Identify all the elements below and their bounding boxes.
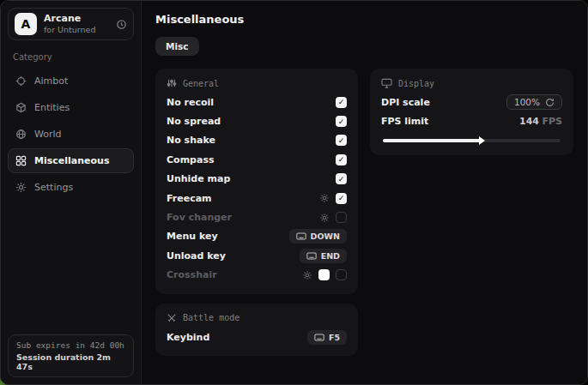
main-panel: Miscellaneous Misc General (142, 1, 587, 384)
display-card: Display DPI scale 100% F (370, 69, 573, 155)
unload-keybind-button[interactable]: END (300, 249, 347, 263)
crosshair-checkbox[interactable] (336, 269, 347, 280)
fps-slider-fill (383, 139, 481, 142)
no-spread-checkbox[interactable] (336, 116, 347, 127)
category-nav: Aimbot Entities World (8, 69, 134, 200)
monitor-icon (381, 78, 392, 88)
sidebar-item-miscellaneous[interactable]: Miscellaneous (8, 148, 134, 173)
setting-row-compass: Compass (167, 150, 347, 169)
setting-row-no-shake: No shake (167, 131, 347, 150)
sidebar: A Arcane for Unturned Category Aimbot (1, 1, 142, 384)
card-title: General (183, 79, 219, 88)
setting-row-unload-key: Unload key END (167, 246, 347, 265)
keyboard-icon (296, 232, 306, 240)
sidebar-item-settings[interactable]: Settings (8, 175, 134, 200)
tab-bar: Misc (155, 37, 573, 56)
card-title: Battle mode (183, 313, 239, 322)
sidebar-item-label: Settings (34, 182, 73, 193)
arcane-window: A Arcane for Unturned Category Aimbot (0, 0, 588, 385)
menu-keybind-button[interactable]: DOWN (289, 229, 347, 244)
crosshair-color-swatch[interactable] (318, 269, 330, 280)
sidebar-item-label: Entities (34, 102, 70, 113)
battle-keybind-button[interactable]: F5 (307, 330, 347, 345)
session-duration-text: Session duration 2m 47s (16, 352, 125, 371)
freecam-gear-icon[interactable] (319, 193, 330, 203)
refresh-icon[interactable] (116, 19, 127, 30)
globe-icon (15, 129, 27, 140)
sidebar-item-label: Miscellaneous (34, 155, 109, 166)
reset-icon[interactable] (545, 98, 555, 107)
setting-row-no-spread: No spread (167, 111, 347, 130)
setting-row-battle-keybind: Keybind F5 (167, 328, 347, 346)
freecam-checkbox[interactable] (336, 193, 347, 204)
general-card: General No recoil No spread No shake (155, 69, 358, 294)
fov-changer-gear-icon[interactable] (319, 213, 330, 223)
setting-row-unhide-map: Unhide map (167, 170, 347, 189)
sidebar-item-label: Aimbot (34, 75, 68, 87)
fps-limit-value: 144 FPS (519, 116, 562, 127)
subscription-footer: Sub expires in 42d 00h Session duration … (8, 334, 134, 377)
compass-checkbox[interactable] (336, 154, 347, 165)
sidebar-item-aimbot[interactable]: Aimbot (8, 69, 134, 93)
sidebar-item-world[interactable]: World (8, 122, 134, 147)
no-recoil-checkbox[interactable] (336, 97, 347, 108)
fps-limit-slider[interactable] (383, 139, 561, 142)
brand-logo: A (15, 13, 37, 35)
category-label: Category (13, 52, 129, 62)
setting-row-freecam: Freecam (167, 189, 347, 208)
brand-card: A Arcane for Unturned (8, 8, 134, 40)
brand-text: Arcane for Unturned (44, 13, 109, 35)
setting-row-crosshair: Crosshair (167, 266, 347, 285)
setting-row-fps-limit: FPS limit 144 FPS (381, 111, 562, 130)
sub-expiry-text: Sub expires in 42d 00h (16, 340, 125, 350)
fov-changer-checkbox[interactable] (336, 212, 347, 223)
setting-row-no-recoil: No recoil (167, 93, 347, 111)
sidebar-item-label: World (34, 129, 62, 140)
setting-row-fov-changer: Fov changer (167, 208, 347, 226)
crosshair-gear-icon[interactable] (302, 270, 312, 280)
keyboard-icon (306, 252, 317, 260)
setting-row-dpi-scale: DPI scale 100% (381, 93, 562, 111)
battle-mode-card: Battle mode Keybind F5 (155, 304, 358, 356)
brand-name: Arcane (44, 13, 109, 25)
no-shake-checkbox[interactable] (336, 135, 347, 146)
card-title: Display (398, 79, 434, 88)
grid-icon (15, 155, 27, 166)
unhide-map-checkbox[interactable] (336, 173, 347, 184)
crosshair-icon (15, 75, 27, 87)
keyboard-icon (314, 334, 324, 341)
gear-icon (15, 182, 27, 193)
fps-slider-thumb[interactable] (479, 136, 485, 145)
crossed-swords-icon (167, 313, 177, 323)
brand-subtitle: for Unturned (44, 25, 109, 35)
sliders-icon (167, 78, 177, 88)
dpi-scale-value[interactable]: 100% (506, 94, 562, 110)
entities-cube-icon (15, 102, 27, 113)
setting-row-menu-key: Menu key DOWN (167, 227, 347, 246)
page-title: Miscellaneous (155, 13, 573, 26)
sidebar-item-entities[interactable]: Entities (8, 95, 134, 120)
tab-misc[interactable]: Misc (155, 37, 199, 56)
